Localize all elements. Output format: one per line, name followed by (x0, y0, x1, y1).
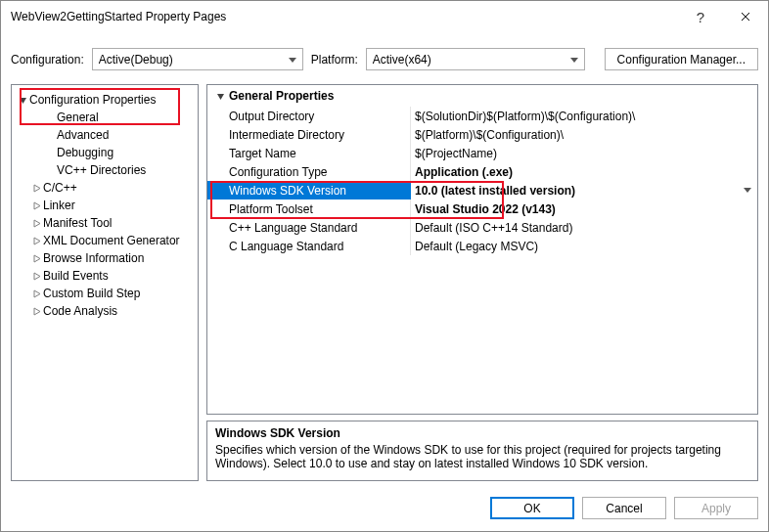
prop-name: Output Directory (207, 107, 411, 125)
chevron-right-icon[interactable] (29, 254, 43, 263)
prop-name: Configuration Type (207, 162, 411, 181)
platform-value: Active(x64) (373, 53, 431, 66)
body: Configuration Properties GeneralAdvanced… (1, 84, 768, 491)
apply-button[interactable]: Apply (674, 497, 758, 519)
tree-item[interactable]: Custom Build Step (12, 285, 198, 302)
prop-value[interactable]: Default (ISO C++14 Standard) (411, 218, 757, 237)
footer: OK Cancel Apply (1, 491, 768, 531)
prop-name: C Language Standard (207, 237, 411, 255)
configuration-manager-button[interactable]: Configuration Manager... (605, 48, 758, 70)
tree-item-label: Linker (43, 199, 75, 212)
chevron-right-icon[interactable] (29, 289, 43, 298)
property-tree[interactable]: Configuration Properties GeneralAdvanced… (11, 84, 199, 481)
grid-group-title: General Properties (229, 89, 334, 103)
grid-row[interactable]: Intermediate Directory$(Platform)\$(Conf… (207, 125, 757, 144)
help-button[interactable]: ? (678, 1, 723, 32)
titlebar: WebView2GettingStarted Property Pages ? (1, 1, 768, 32)
chevron-right-icon[interactable] (29, 307, 43, 316)
right-pane: General Properties Output Directory$(Sol… (206, 84, 758, 481)
tree-item-label: General (57, 111, 99, 124)
property-grid[interactable]: General Properties Output Directory$(Sol… (206, 84, 758, 415)
prop-value[interactable]: $(SolutionDir)$(Platform)\$(Configuratio… (411, 107, 757, 125)
prop-name: Windows SDK Version (207, 181, 411, 200)
prop-name: C++ Language Standard (207, 218, 411, 237)
config-toolbar: Configuration: Active(Debug) Platform: A… (1, 32, 768, 84)
tree-item-label: Advanced (57, 128, 109, 142)
tree-item-label: Code Analysis (43, 304, 117, 318)
tree-item[interactable]: XML Document Generator (12, 232, 198, 249)
grid-row[interactable]: Platform ToolsetVisual Studio 2022 (v143… (207, 200, 757, 218)
chevron-down-icon[interactable] (211, 92, 229, 101)
configuration-value: Active(Debug) (99, 53, 173, 66)
chevron-right-icon[interactable] (29, 272, 43, 281)
chevron-down-icon[interactable] (16, 96, 29, 105)
chevron-right-icon[interactable] (29, 184, 43, 193)
prop-value[interactable]: Visual Studio 2022 (v143) (411, 200, 757, 218)
close-button[interactable] (723, 1, 768, 32)
chevron-right-icon[interactable] (29, 201, 43, 210)
cancel-button[interactable]: Cancel (582, 497, 666, 519)
window-title: WebView2GettingStarted Property Pages (11, 10, 226, 23)
configuration-label: Configuration: (11, 53, 84, 66)
tree-root-label: Configuration Properties (29, 93, 156, 107)
chevron-right-icon[interactable] (29, 219, 43, 228)
tree-item-label: Debugging (57, 146, 113, 159)
grid-row[interactable]: C Language StandardDefault (Legacy MSVC) (207, 237, 757, 255)
grid-row[interactable]: Target Name$(ProjectName) (207, 144, 757, 162)
grid-row[interactable]: Windows SDK Version10.0 (latest installe… (207, 181, 757, 200)
tree-item[interactable]: Advanced (12, 126, 198, 144)
grid-row[interactable]: C++ Language StandardDefault (ISO C++14 … (207, 218, 757, 237)
prop-value[interactable]: $(ProjectName) (411, 144, 757, 162)
grid-row[interactable]: Output Directory$(SolutionDir)$(Platform… (207, 107, 757, 125)
tree-item-label: Custom Build Step (43, 287, 140, 300)
desc-text: Specifies which version of the Windows S… (215, 443, 749, 470)
tree-item-label: Browse Information (43, 251, 144, 265)
tree-root[interactable]: Configuration Properties (12, 91, 198, 109)
tree-item[interactable]: C/C++ (12, 179, 198, 197)
prop-name: Target Name (207, 144, 411, 162)
prop-value[interactable]: 10.0 (latest installed version) (411, 181, 757, 200)
prop-name: Intermediate Directory (207, 125, 411, 144)
tree-item[interactable]: Debugging (12, 144, 198, 161)
tree-item[interactable]: Build Events (12, 267, 198, 285)
platform-combo[interactable]: Active(x64) (366, 48, 585, 70)
tree-item-label: Build Events (43, 269, 109, 283)
tree-item[interactable]: Browse Information (12, 249, 198, 267)
tree-item-label: VC++ Directories (57, 163, 146, 177)
prop-value[interactable]: $(Platform)\$(Configuration)\ (411, 125, 757, 144)
prop-name: Platform Toolset (207, 200, 411, 218)
platform-label: Platform: (311, 53, 358, 66)
tree-item[interactable]: Code Analysis (12, 302, 198, 320)
tree-item-label: C/C++ (43, 181, 77, 195)
grid-row[interactable]: Configuration TypeApplication (.exe) (207, 162, 757, 181)
tree-item-label: Manifest Tool (43, 216, 112, 230)
close-icon (741, 12, 750, 22)
chevron-right-icon[interactable] (29, 237, 43, 245)
grid-group-header[interactable]: General Properties (207, 85, 757, 107)
tree-item[interactable]: Manifest Tool (12, 214, 198, 232)
ok-button[interactable]: OK (490, 497, 574, 519)
description-panel: Windows SDK Version Specifies which vers… (206, 421, 758, 481)
tree-item-label: XML Document Generator (43, 234, 180, 247)
prop-value[interactable]: Application (.exe) (411, 162, 757, 181)
tree-item[interactable]: Linker (12, 197, 198, 214)
configuration-combo[interactable]: Active(Debug) (92, 48, 303, 70)
tree-item[interactable]: VC++ Directories (12, 161, 198, 179)
tree-item[interactable]: General (12, 109, 198, 126)
desc-title: Windows SDK Version (215, 426, 749, 440)
prop-value[interactable]: Default (Legacy MSVC) (411, 237, 757, 255)
